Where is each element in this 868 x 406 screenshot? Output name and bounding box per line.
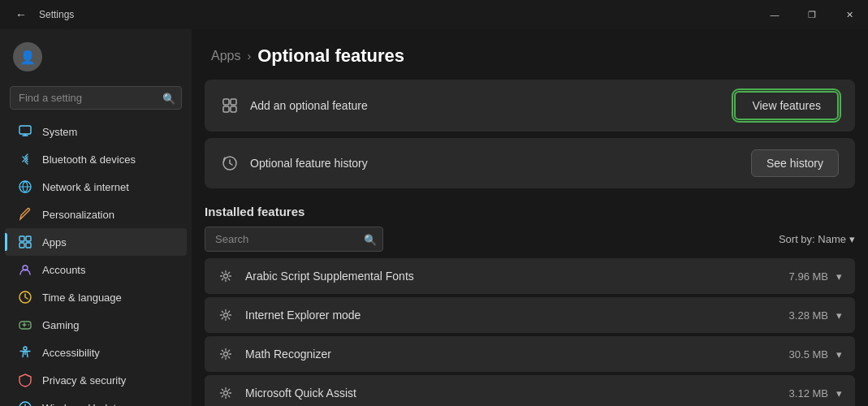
nav-items-container: System Bluetooth & devices Network & int…	[0, 118, 192, 406]
feature-item-chevron-icon: ▾	[836, 309, 842, 322]
system-nav-icon	[18, 124, 32, 139]
accounts-nav-label: Accounts	[42, 264, 85, 276]
page-title: Optional features	[257, 45, 404, 67]
feature-list-item[interactable]: Internet Explorer mode 3.28 MB ▾	[205, 297, 855, 333]
sidebar-item-bluetooth[interactable]: Bluetooth & devices	[5, 145, 187, 173]
sidebar-item-windows-update[interactable]: Windows Update	[5, 394, 187, 406]
sidebar-item-privacy[interactable]: Privacy & security	[5, 366, 187, 394]
svg-point-18	[224, 352, 228, 356]
avatar-icon: 👤	[19, 50, 36, 65]
main-layout: 👤 🔍 System Bluetooth & devices Network &…	[0, 29, 868, 406]
svg-rect-11	[223, 99, 229, 105]
sidebar-search-box: 🔍	[10, 86, 182, 110]
svg-rect-12	[231, 99, 236, 105]
accessibility-nav-label: Accessibility	[42, 347, 100, 359]
feature-item-left: Arabic Script Supplemental Fonts	[218, 268, 414, 284]
installed-search-input[interactable]	[205, 227, 383, 252]
feature-item-icon	[218, 385, 234, 401]
sidebar-item-system[interactable]: System	[5, 118, 187, 145]
back-button[interactable]: ←	[10, 3, 32, 26]
add-feature-left: Add an optional feature	[221, 97, 368, 114]
content-area: Apps › Optional features Add an optional…	[192, 29, 868, 406]
sidebar-item-time[interactable]: Time & language	[5, 283, 187, 311]
feature-item-right: 30.5 MB ▾	[789, 348, 842, 361]
svg-point-19	[224, 391, 228, 395]
content-header: Apps › Optional features	[192, 29, 868, 80]
sidebar-item-accounts[interactable]: Accounts	[5, 256, 187, 283]
time-nav-icon	[18, 290, 32, 304]
feature-item-right: 7.96 MB ▾	[789, 270, 842, 283]
network-nav-icon	[18, 179, 32, 194]
user-section: 👤	[0, 36, 192, 81]
feature-item-left: Internet Explorer mode	[218, 307, 361, 323]
add-feature-card: Add an optional feature View features	[205, 80, 855, 132]
view-features-button[interactable]: View features	[734, 91, 839, 120]
apps-nav-label: Apps	[42, 236, 67, 248]
svg-rect-3	[26, 236, 31, 241]
restore-button[interactable]: ❐	[793, 0, 831, 29]
avatar: 👤	[13, 42, 42, 71]
svg-rect-0	[19, 126, 31, 134]
sort-label-text: Sort by: Name	[779, 233, 846, 245]
sidebar-search-input[interactable]	[10, 86, 182, 110]
feature-list-item[interactable]: Arabic Script Supplemental Fonts 7.96 MB…	[205, 258, 855, 294]
breadcrumb-separator: ›	[247, 50, 251, 63]
feature-item-size: 3.28 MB	[789, 309, 828, 322]
sidebar-item-personalization[interactable]: Personalization	[5, 201, 187, 228]
see-history-button[interactable]: See history	[751, 149, 839, 177]
sort-dropdown[interactable]: Sort by: Name ▾	[779, 233, 855, 245]
add-feature-label: Add an optional feature	[250, 99, 368, 112]
close-button[interactable]: ✕	[831, 0, 868, 29]
apps-nav-icon	[18, 235, 32, 249]
sidebar-item-apps[interactable]: Apps	[5, 228, 187, 256]
minimize-icon: —	[771, 10, 779, 19]
sidebar-item-network[interactable]: Network & internet	[5, 173, 187, 201]
feature-item-chevron-icon: ▾	[836, 387, 842, 400]
svg-rect-2	[19, 236, 24, 241]
svg-rect-4	[19, 243, 24, 248]
accounts-nav-icon	[18, 262, 32, 277]
windows-update-nav-label: Windows Update	[42, 402, 122, 407]
sort-chevron-icon: ▾	[849, 233, 855, 245]
bluetooth-nav-label: Bluetooth & devices	[42, 153, 136, 166]
sidebar-search-icon: 🔍	[162, 92, 175, 104]
feature-item-icon	[218, 307, 234, 323]
feature-item-size: 3.12 MB	[789, 387, 828, 400]
personalization-nav-label: Personalization	[42, 209, 114, 221]
feature-item-chevron-icon: ▾	[836, 348, 842, 361]
feature-item-left: Math Recognizer	[218, 346, 331, 362]
feature-list-item[interactable]: Math Recognizer 30.5 MB ▾	[205, 336, 855, 372]
installed-search-icon: 🔍	[364, 233, 377, 245]
feature-item-size: 30.5 MB	[789, 348, 828, 361]
history-left: Optional feature history	[221, 154, 368, 172]
sidebar-item-accessibility[interactable]: Accessibility	[5, 339, 187, 366]
svg-rect-5	[26, 243, 31, 248]
privacy-nav-label: Privacy & security	[42, 374, 126, 387]
svg-point-9	[24, 347, 27, 350]
breadcrumb-apps[interactable]: Apps	[211, 49, 240, 63]
sidebar-item-gaming[interactable]: Gaming	[5, 311, 187, 339]
privacy-nav-icon	[18, 373, 32, 387]
feature-item-size: 7.96 MB	[789, 270, 828, 283]
feature-list-item[interactable]: Microsoft Quick Assist 3.12 MB ▾	[205, 375, 855, 406]
installed-title: Installed features	[205, 205, 855, 218]
feature-item-icon	[218, 268, 234, 284]
history-card: Optional feature history See history	[205, 138, 855, 188]
minimize-button[interactable]: —	[756, 0, 793, 29]
feature-item-name: Arabic Script Supplemental Fonts	[245, 270, 414, 283]
history-label: Optional feature history	[250, 157, 368, 170]
accessibility-nav-icon	[18, 345, 32, 360]
time-nav-label: Time & language	[42, 292, 122, 304]
feature-item-icon	[218, 346, 234, 362]
feature-item-right: 3.28 MB ▾	[789, 309, 842, 322]
svg-rect-13	[223, 106, 229, 112]
bluetooth-nav-icon	[18, 152, 32, 166]
feature-item-name: Microsoft Quick Assist	[245, 387, 356, 400]
titlebar-title: Settings	[39, 9, 74, 20]
system-nav-label: System	[42, 126, 77, 138]
back-icon: ←	[15, 8, 27, 21]
window-controls: — ❐ ✕	[756, 0, 868, 29]
close-icon: ✕	[846, 10, 853, 20]
network-nav-label: Network & internet	[42, 181, 129, 193]
feature-list: Arabic Script Supplemental Fonts 7.96 MB…	[205, 258, 855, 406]
